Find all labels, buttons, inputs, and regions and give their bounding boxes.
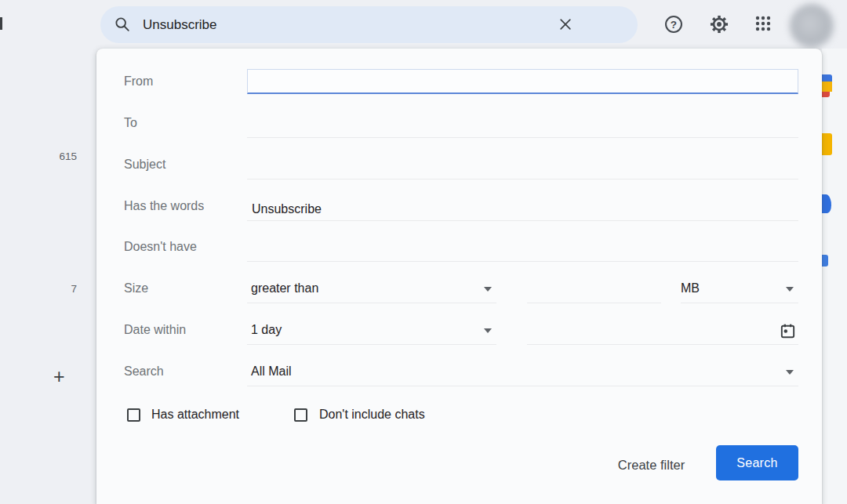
subject-field[interactable] [247,157,798,179]
no-chats-checkbox[interactable] [294,408,307,422]
from-field[interactable] [247,69,798,94]
has-words-field[interactable] [247,198,798,220]
search-filter-panel: From To Subject Has the words Doesn't ha… [96,49,822,504]
has-attachment-checkbox[interactable] [127,408,140,422]
plus-icon[interactable]: + [53,367,65,386]
to-label: To [124,116,137,130]
search-scope-value: All Mail [251,364,292,379]
has-words-input[interactable] [247,198,798,220]
close-icon[interactable] [558,16,573,35]
size-label: Size [124,281,148,296]
create-filter-button[interactable]: Create filter [598,451,704,479]
svg-text:?: ? [671,19,677,31]
field-underline [247,220,798,221]
field-underline [247,179,798,179]
help-icon[interactable]: ? [663,14,684,34]
has-attachment-label: Has attachment [151,408,239,422]
has-words-label: Has the words [124,199,204,213]
to-input[interactable] [247,115,798,137]
field-underline [247,261,798,262]
field-underline [527,344,798,345]
doesnt-have-input[interactable] [247,239,798,261]
no-chats-label: Don't include chats [319,408,425,422]
field-underline [247,386,798,386]
caret-down-icon [786,287,794,292]
size-value-input[interactable] [527,281,661,303]
gear-icon[interactable] [709,14,729,34]
size-operator-select[interactable]: greater than [247,276,496,303]
search-icon [114,16,131,36]
size-operator-value: greater than [251,281,318,296]
date-input[interactable] [527,322,770,344]
search-button[interactable]: Search [716,445,798,480]
mail-search-bar[interactable] [100,6,638,43]
pencil-icon-partial [822,74,832,97]
calendar-icon[interactable] [779,322,797,343]
apps-grid-icon[interactable] [754,14,774,34]
label-count-badge: 615 [45,150,77,162]
user-avatar[interactable] [790,4,834,48]
search-input[interactable] [143,6,519,43]
label-count-badge: 7 [45,283,77,295]
doesnt-have-label: Doesn't have [124,240,197,254]
search-scope-select[interactable]: All Mail [247,359,798,386]
date-range-value: 1 day [251,323,282,337]
to-field[interactable] [247,115,798,137]
size-value-field[interactable] [527,281,661,303]
doesnt-have-field[interactable] [247,239,798,261]
field-underline [247,303,496,303]
from-input[interactable] [248,70,798,92]
subject-label: Subject [124,158,165,172]
window-edge-artifact [0,17,2,30]
blue-icon-partial [822,194,831,213]
size-unit-select[interactable]: MB [681,276,798,303]
background-content-strip [822,49,847,504]
top-bar: ? [0,0,847,49]
field-underline [527,303,661,303]
caret-down-icon [484,287,492,292]
size-unit-value: MB [681,281,700,296]
date-range-select[interactable]: 1 day [247,317,496,344]
blue-icon-partial [822,255,828,267]
from-label: From [124,74,153,89]
search-scope-label: Search [124,364,164,379]
field-underline [247,137,798,138]
field-underline [681,303,798,303]
date-field[interactable] [527,322,798,344]
yellow-icon-partial [822,133,832,155]
date-within-label: Date within [124,323,186,337]
caret-down-icon [484,328,492,333]
field-underline [247,344,496,345]
subject-input[interactable] [247,157,798,179]
caret-down-icon [786,370,794,375]
